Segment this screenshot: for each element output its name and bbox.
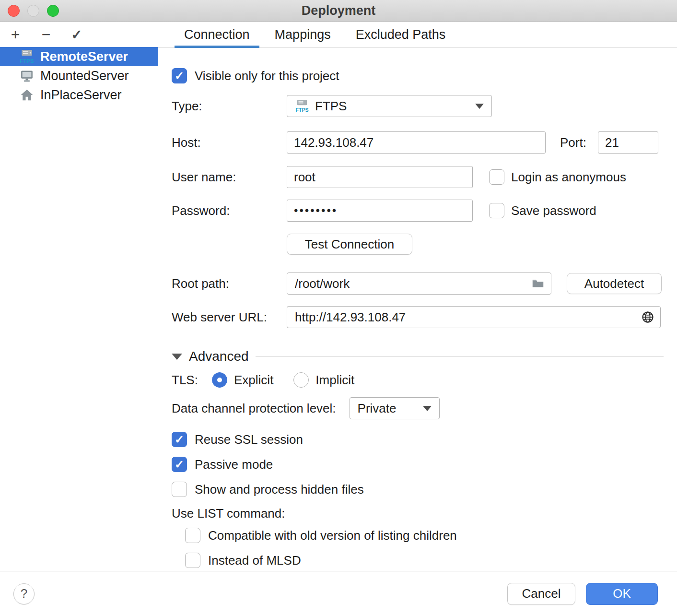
settings-tabs: Connection Mappings Excluded Paths: [158, 22, 677, 48]
chevron-down-icon: [423, 406, 432, 411]
server-item-label: InPlaceServer: [40, 88, 122, 103]
connection-form: Visible only for this project Type: FTPS: [158, 48, 677, 571]
instead-of-mlsd-checkbox[interactable]: [185, 553, 200, 568]
protection-level-dropdown[interactable]: Private: [350, 397, 440, 419]
server-item-label: RemoteServer: [40, 49, 128, 64]
ok-button[interactable]: OK: [586, 583, 658, 605]
compatible-old-listing-label: Compatible with old version of listing c…: [208, 528, 457, 543]
instead-of-mlsd-label: Instead of MLSD: [208, 553, 301, 568]
web-server-url-label: Web server URL:: [172, 310, 287, 325]
title-bar: Deployment: [0, 0, 677, 22]
tab-excluded-paths[interactable]: Excluded Paths: [343, 22, 458, 47]
username-label: User name:: [172, 170, 287, 185]
globe-icon[interactable]: [641, 310, 654, 324]
username-input[interactable]: [287, 166, 473, 188]
tab-connection[interactable]: Connection: [172, 22, 262, 47]
visible-only-label: Visible only for this project: [195, 69, 339, 83]
server-sidebar: + − ✓ FTPS RemoteServer: [0, 22, 158, 571]
window-title: Deployment: [302, 3, 376, 18]
web-server-url-input[interactable]: http://142.93.108.47: [287, 306, 661, 328]
port-label: Port:: [560, 135, 586, 150]
inplace-server-icon: [19, 87, 35, 103]
root-path-label: Root path:: [172, 276, 287, 291]
use-list-command-label: Use LIST command:: [172, 506, 285, 521]
window-controls: [8, 0, 59, 22]
login-anonymous-checkbox[interactable]: [489, 169, 504, 185]
type-label: Type:: [172, 99, 287, 114]
tls-implicit-radio[interactable]: [293, 372, 309, 388]
advanced-section-toggle[interactable]: Advanced: [172, 349, 677, 364]
hidden-files-checkbox[interactable]: [172, 482, 187, 497]
add-server-icon[interactable]: +: [7, 26, 24, 43]
port-input[interactable]: [598, 131, 658, 154]
remove-server-icon[interactable]: −: [37, 26, 55, 43]
sidebar-toolbar: + − ✓: [0, 22, 158, 47]
save-password-label: Save password: [511, 203, 596, 218]
protection-level-label: Data channel protection level:: [172, 401, 336, 416]
tls-explicit-label: Explicit: [234, 373, 273, 388]
ftps-type-icon: FTPS: [295, 99, 309, 113]
root-path-value: /root/work: [295, 276, 350, 291]
hidden-files-label: Show and process hidden files: [195, 482, 364, 497]
tls-explicit-radio[interactable]: [212, 372, 227, 388]
deployment-dialog: Deployment + − ✓ FTPS Rem: [0, 0, 677, 616]
collapse-triangle-icon: [172, 354, 182, 360]
type-dropdown[interactable]: FTPS FTPS: [287, 95, 492, 117]
web-server-url-value: http://142.93.108.47: [295, 310, 406, 325]
svg-text:FTPS: FTPS: [295, 107, 308, 113]
protection-level-value: Private: [358, 401, 397, 416]
password-label: Password:: [172, 203, 287, 218]
close-button[interactable]: [8, 5, 20, 17]
folder-icon[interactable]: [531, 276, 545, 291]
ftps-server-icon: FTPS: [19, 49, 35, 64]
server-item-remoteserver[interactable]: FTPS RemoteServer: [0, 47, 158, 66]
tls-implicit-label: Implicit: [315, 373, 354, 388]
tab-mappings[interactable]: Mappings: [262, 22, 343, 47]
zoom-button[interactable]: [47, 5, 59, 17]
visible-only-checkbox[interactable]: [172, 68, 187, 83]
cancel-button[interactable]: Cancel: [507, 583, 575, 605]
chevron-down-icon: [475, 104, 484, 109]
tls-label: TLS:: [172, 373, 212, 388]
svg-text:FTPS: FTPS: [20, 58, 34, 64]
dialog-footer: ? Cancel OK: [0, 571, 677, 616]
password-input[interactable]: [287, 200, 473, 222]
minimize-button[interactable]: [27, 5, 39, 17]
save-password-checkbox[interactable]: [489, 203, 504, 218]
host-label: Host:: [172, 135, 287, 150]
type-value: FTPS: [315, 99, 347, 114]
help-button[interactable]: ?: [13, 583, 35, 604]
server-item-mountedserver[interactable]: MountedServer: [0, 66, 158, 85]
root-path-input[interactable]: /root/work: [287, 272, 551, 295]
advanced-label: Advanced: [189, 349, 249, 364]
server-item-label: MountedServer: [40, 69, 129, 83]
test-connection-button[interactable]: Test Connection: [287, 234, 412, 255]
autodetect-button[interactable]: Autodetect: [567, 273, 662, 294]
reuse-ssl-label: Reuse SSL session: [195, 432, 303, 447]
passive-mode-checkbox[interactable]: [172, 457, 187, 472]
host-input[interactable]: [287, 131, 546, 154]
passive-mode-label: Passive mode: [195, 457, 273, 472]
apply-icon[interactable]: ✓: [68, 26, 85, 43]
login-anonymous-label: Login as anonymous: [511, 170, 626, 185]
compatible-old-listing-checkbox[interactable]: [185, 528, 200, 543]
server-item-inplaceserver[interactable]: InPlaceServer: [0, 85, 158, 105]
reuse-ssl-checkbox[interactable]: [172, 432, 187, 447]
mounted-server-icon: [19, 68, 35, 83]
section-divider: [256, 356, 664, 357]
